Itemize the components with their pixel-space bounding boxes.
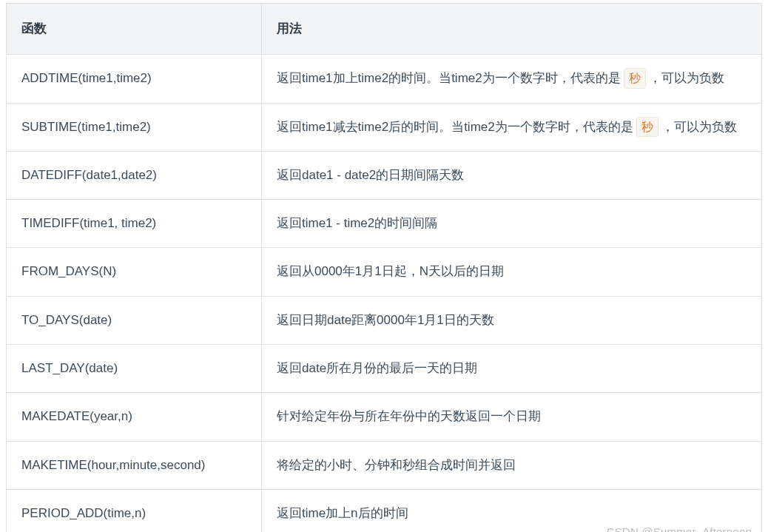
cell-usage: 返回time1加上time2的时间。当time2为一个数字时，代表的是秒，可以为… [262, 55, 762, 103]
usage-text: ，可以为负数 [649, 71, 724, 85]
code-pill: 秒 [636, 117, 658, 138]
table-row: TO_DAYS(date) 返回日期date距离0000年1月1日的天数 [7, 296, 762, 344]
cell-function: TIMEDIFF(time1, time2) [7, 200, 262, 248]
cell-usage: 返回从0000年1月1日起，N天以后的日期 [262, 248, 762, 296]
cell-usage: 返回date所在月份的最后一天的日期 [262, 345, 762, 393]
cell-function: FROM_DAYS(N) [7, 248, 262, 296]
cell-function: SUBTIME(time1,time2) [7, 103, 262, 151]
cell-function: DATEDIFF(date1,date2) [7, 151, 262, 199]
table-header-row: 函数 用法 [7, 4, 762, 55]
cell-function: ADDTIME(time1,time2) [7, 55, 262, 103]
cell-function: TO_DAYS(date) [7, 296, 262, 344]
cell-usage: 将给定的小时、分钟和秒组合成时间并返回 [262, 441, 762, 489]
col-header-function: 函数 [7, 4, 262, 55]
table-row: PERIOD_ADD(time,n) 返回time加上n后的时间 [7, 489, 762, 532]
function-table: 函数 用法 ADDTIME(time1,time2) 返回time1加上time… [6, 3, 762, 532]
cell-usage: 返回time1减去time2后的时间。当time2为一个数字时，代表的是秒，可以… [262, 103, 762, 151]
usage-text: ，可以为负数 [661, 120, 737, 134]
cell-usage: 返回time加上n后的时间 [262, 489, 762, 532]
usage-text: 返回time1加上time2的时间。当time2为一个数字时，代表的是 [277, 71, 621, 85]
cell-function: LAST_DAY(date) [7, 345, 262, 393]
col-header-usage: 用法 [262, 4, 762, 55]
table-row: FROM_DAYS(N) 返回从0000年1月1日起，N天以后的日期 [7, 248, 762, 296]
table-row: TIMEDIFF(time1, time2) 返回time1 - time2的时… [7, 200, 762, 248]
table-row: LAST_DAY(date) 返回date所在月份的最后一天的日期 [7, 345, 762, 393]
cell-function: PERIOD_ADD(time,n) [7, 489, 262, 532]
table-row: MAKEDATE(year,n) 针对给定年份与所在年份中的天数返回一个日期 [7, 393, 762, 441]
cell-usage: 返回time1 - time2的时间间隔 [262, 200, 762, 248]
cell-function: MAKEDATE(year,n) [7, 393, 262, 441]
cell-function: MAKETIME(hour,minute,second) [7, 441, 262, 489]
cell-usage: 返回date1 - date2的日期间隔天数 [262, 151, 762, 199]
code-pill: 秒 [624, 68, 646, 89]
table-row: ADDTIME(time1,time2) 返回time1加上time2的时间。当… [7, 55, 762, 103]
table-row: MAKETIME(hour,minute,second) 将给定的小时、分钟和秒… [7, 441, 762, 489]
cell-usage: 返回日期date距离0000年1月1日的天数 [262, 296, 762, 344]
table-row: SUBTIME(time1,time2) 返回time1减去time2后的时间。… [7, 103, 762, 151]
cell-usage: 针对给定年份与所在年份中的天数返回一个日期 [262, 393, 762, 441]
usage-text: 返回time1减去time2后的时间。当time2为一个数字时，代表的是 [277, 120, 633, 134]
table-row: DATEDIFF(date1,date2) 返回date1 - date2的日期… [7, 151, 762, 199]
